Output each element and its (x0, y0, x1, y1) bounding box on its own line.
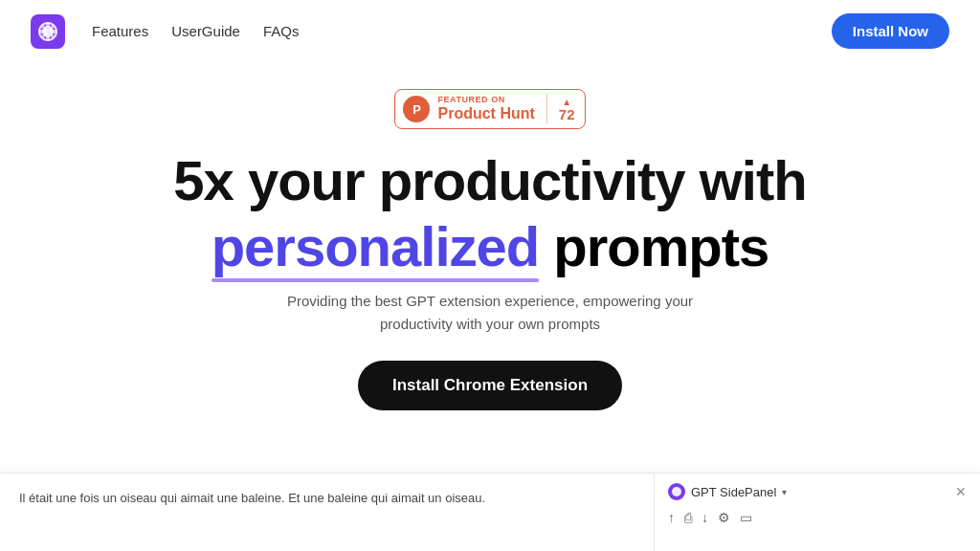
headline-line1: 5x your productivity with (173, 150, 806, 211)
svg-point-7 (51, 25, 55, 29)
nav-userguide[interactable]: UserGuide (171, 23, 240, 39)
nav-links: Features UserGuide FAQs (92, 23, 299, 39)
gpt-icon (668, 483, 685, 500)
svg-point-5 (53, 29, 56, 33)
ph-vote-count: 72 (559, 107, 575, 121)
install-chrome-extension-button[interactable]: Install Chrome Extension (358, 361, 622, 410)
app-logo-icon (31, 14, 65, 49)
preview-toolbar: ↑ ⎙ ↓ ⚙ ▭ (668, 506, 967, 525)
headline-suffix: prompts (539, 215, 768, 277)
ph-logo-icon: P (403, 96, 430, 122)
preview-right-header: GPT SidePanel ▾ ✕ (668, 483, 967, 500)
nav-features[interactable]: Features (92, 23, 148, 39)
preview-header-left: GPT SidePanel ▾ (668, 483, 787, 500)
ph-product-name: Product Hunt (437, 105, 534, 122)
toolbar-download-icon[interactable]: ↓ (702, 510, 708, 525)
svg-point-9 (51, 33, 55, 37)
ph-votes: ▲ 72 (559, 98, 575, 121)
gpt-sidepanel-label: GPT SidePanel (691, 485, 776, 499)
svg-point-10 (672, 487, 681, 496)
preview-left-panel: Il était une fois un oiseau qui aimait u… (0, 474, 655, 551)
navbar: Features UserGuide FAQs Install Now (0, 0, 980, 62)
headline-line2: personalized prompts (212, 215, 769, 279)
svg-point-2 (46, 22, 50, 26)
install-now-button[interactable]: Install Now (832, 13, 949, 49)
ph-text: FEATURED ON Product Hunt (437, 96, 534, 121)
product-hunt-badge[interactable]: P FEATURED ON Product Hunt ▲ 72 (394, 89, 585, 129)
toolbar-layout-icon[interactable]: ▭ (740, 510, 752, 525)
preview-left-text: Il était une fois un oiseau qui aimait u… (19, 489, 635, 508)
svg-point-4 (39, 29, 43, 33)
ph-divider (546, 95, 547, 123)
gpt-icon-svg (671, 486, 682, 497)
ph-featured-label: FEATURED ON (437, 96, 504, 105)
nav-faqs[interactable]: FAQs (263, 23, 300, 39)
dropdown-arrow-icon[interactable]: ▾ (782, 487, 787, 497)
hero-section: P FEATURED ON Product Hunt ▲ 72 5x your … (0, 62, 980, 439)
toolbar-upload-icon[interactable]: ↑ (668, 510, 675, 525)
svg-point-8 (41, 33, 45, 37)
preview-bar: Il était une fois un oiseau qui aimait u… (0, 473, 980, 551)
navbar-left: Features UserGuide FAQs (31, 14, 299, 49)
toolbar-settings-icon[interactable]: ⚙ (718, 510, 730, 525)
preview-right-panel: GPT SidePanel ▾ ✕ ↑ ⎙ ↓ ⚙ ▭ (655, 474, 980, 551)
toolbar-share-icon[interactable]: ⎙ (684, 510, 692, 525)
headline-highlight: personalized (212, 215, 540, 279)
svg-point-3 (46, 35, 50, 39)
svg-point-6 (41, 25, 45, 29)
svg-point-1 (44, 28, 52, 35)
close-preview-button[interactable]: ✕ (955, 484, 967, 499)
ph-arrow-icon: ▲ (562, 98, 571, 107)
hero-subtitle: Providing the best GPT extension experie… (260, 290, 720, 336)
